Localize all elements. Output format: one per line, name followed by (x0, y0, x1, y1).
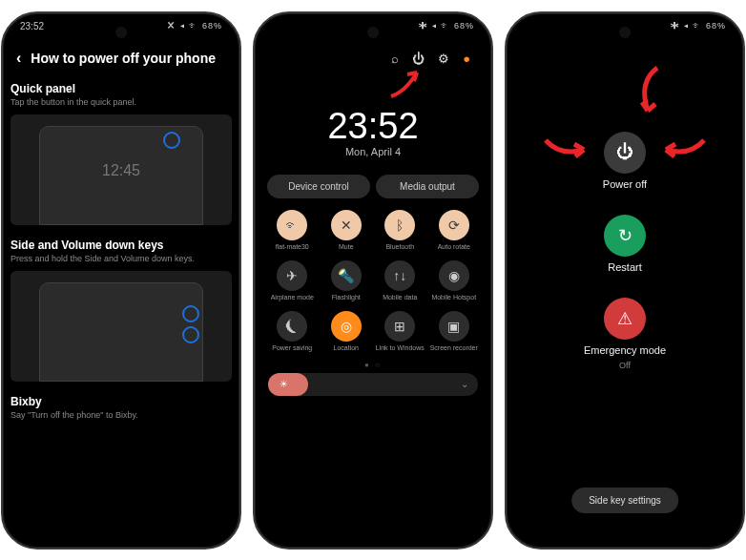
section-title-bixby: Bixby (10, 395, 232, 408)
section-desc: Say "Turn off the phone" to Bixby. (10, 410, 232, 420)
tile-label: Mobile Hotspot (431, 294, 476, 307)
tile-label: Link to Windows (376, 344, 425, 358)
tile-icon: ↑↓ (384, 260, 415, 291)
tile-icon: ✈ (277, 260, 307, 291)
phone-quick-panel: ✱ ◀ ᯤ 68% ⌕ ⏻ ⚙ ● 23:52 Mon, April 4 Dev… (253, 11, 493, 550)
quick-tile[interactable]: ⊞Link to Windows (374, 311, 426, 358)
tile-label: flat-mate30 (276, 243, 309, 257)
quick-tile[interactable]: ⟳Auto rotate (428, 210, 481, 257)
tile-label: Screen recorder (430, 344, 478, 358)
quick-tile[interactable]: ◎Location (321, 311, 373, 358)
status-icons-right: ✱ ◀ ᯤ 68% (671, 21, 726, 31)
section-desc: Tap the button in the quick panel. (10, 97, 232, 107)
clock-time: 23:52 (262, 108, 484, 144)
tile-icon: ✕ (331, 210, 362, 240)
section-title-quick-panel: Quick panel (10, 82, 232, 95)
power-menu-restart[interactable]: ↻Restart (604, 215, 646, 273)
tile-icon: ᛒ (384, 210, 415, 240)
brightness-slider[interactable]: ☀ ⌄ (268, 373, 478, 396)
tile-label: Location (334, 344, 359, 358)
power-menu-label: Restart (608, 261, 641, 273)
search-icon[interactable]: ⌕ (391, 52, 399, 66)
status-bar: ✱ ◀ ᯤ 68% (255, 13, 491, 34)
quick-tile[interactable]: ✕Mute (321, 210, 373, 257)
power-menu-emergency-mode[interactable]: ⚠Emergency modeOff (584, 298, 666, 370)
tile-icon: ◎ (331, 311, 362, 342)
device-control-button[interactable]: Device control (267, 175, 370, 198)
highlight-ring-icon (182, 305, 199, 322)
arrow-annotation-icon (541, 135, 594, 164)
highlight-ring-icon (182, 326, 199, 343)
brightness-icon: ☀ (280, 379, 288, 389)
quick-tile[interactable]: ▣Screen recorder (428, 311, 481, 358)
settings-icon[interactable]: ⚙ (438, 52, 449, 66)
tile-icon: 🔦 (331, 260, 362, 291)
page-indicator-icon: ● ○ (262, 361, 484, 369)
tile-icon: ⟳ (439, 210, 469, 240)
quick-tile[interactable]: 🔦Flashlight (321, 260, 373, 307)
tile-label: Flashlight (332, 294, 361, 307)
section-title-side-keys: Side and Volume down keys (10, 239, 232, 252)
chevron-down-icon[interactable]: ⌄ (461, 379, 468, 389)
tile-icon: ◉ (439, 260, 469, 291)
quick-tile[interactable]: ✈Airplane mode (266, 260, 319, 307)
power-menu-label: Emergency mode (584, 344, 666, 356)
restart-icon: ↻ (604, 215, 646, 257)
power-menu-sublabel: Off (619, 361, 631, 370)
quick-tile[interactable]: ◉Mobile Hotspot (428, 260, 481, 307)
tile-label: Airplane mode (271, 294, 314, 307)
tile-label: Mobile data (383, 294, 417, 307)
clock-date: Mon, April 4 (262, 146, 484, 157)
quick-tile[interactable]: ↑↓Mobile data (374, 260, 426, 307)
status-bar: 23:52 ✕ ◀ ᯤ 68% (3, 13, 239, 35)
emerg-icon: ⚠ (604, 298, 646, 340)
quick-panel-top-icons: ⌕ ⏻ ⚙ ● (262, 46, 484, 66)
page-header: ‹ How to power off your phone (10, 46, 232, 76)
page-title: How to power off your phone (31, 51, 216, 66)
status-bar: ✱ ◀ ᯤ 68% (507, 13, 743, 34)
status-icons-right: ✱ ◀ ᯤ 68% (419, 21, 474, 31)
arrow-annotation-icon (655, 135, 709, 164)
tile-icon: ⏾ (277, 311, 307, 342)
power-menu-label: Power off (603, 178, 647, 190)
power-menu-power-off[interactable]: ⏻Power off (603, 132, 647, 190)
tile-label: Power saving (272, 344, 312, 358)
tile-icon: ⊞ (384, 311, 415, 342)
tile-icon: ▣ (439, 311, 469, 342)
notification-icon[interactable]: ● (463, 52, 470, 66)
off-icon: ⏻ (604, 132, 646, 174)
phone-settings-help: 23:52 ✕ ◀ ᯤ 68% ‹ How to power off your … (1, 11, 241, 550)
power-icon[interactable]: ⏻ (412, 52, 425, 66)
illustration-quick-panel: 12:45 (10, 114, 232, 225)
status-icons-right: ✕ ◀ ᯤ 68% (167, 21, 222, 31)
tile-label: Bluetooth (385, 243, 414, 257)
media-output-button[interactable]: Media output (376, 175, 479, 198)
arrow-annotation-icon (386, 63, 430, 101)
status-time: 23:52 (20, 21, 44, 31)
tile-label: Mute (339, 243, 354, 257)
quick-tile[interactable]: ⏾Power saving (266, 311, 319, 358)
side-key-settings-button[interactable]: Side key settings (571, 487, 678, 513)
arrow-annotation-icon (629, 63, 667, 124)
highlight-ring-icon (163, 132, 180, 149)
illustration-side-keys (10, 271, 232, 382)
quick-tile[interactable]: ᯤflat-mate30 (266, 210, 319, 257)
tile-icon: ᯤ (277, 210, 307, 240)
phone-power-menu: ✱ ◀ ᯤ 68% ⏻Power off↻Restart⚠Emergency m… (505, 11, 745, 550)
quick-settings-tiles: ᯤflat-mate30✕MuteᛒBluetooth⟳Auto rotate✈… (262, 210, 484, 358)
tile-label: Auto rotate (438, 243, 470, 257)
quick-tile[interactable]: ᛒBluetooth (374, 210, 426, 257)
back-icon[interactable]: ‹ (16, 50, 21, 67)
section-desc: Press and hold the Side and Volume down … (10, 254, 232, 263)
